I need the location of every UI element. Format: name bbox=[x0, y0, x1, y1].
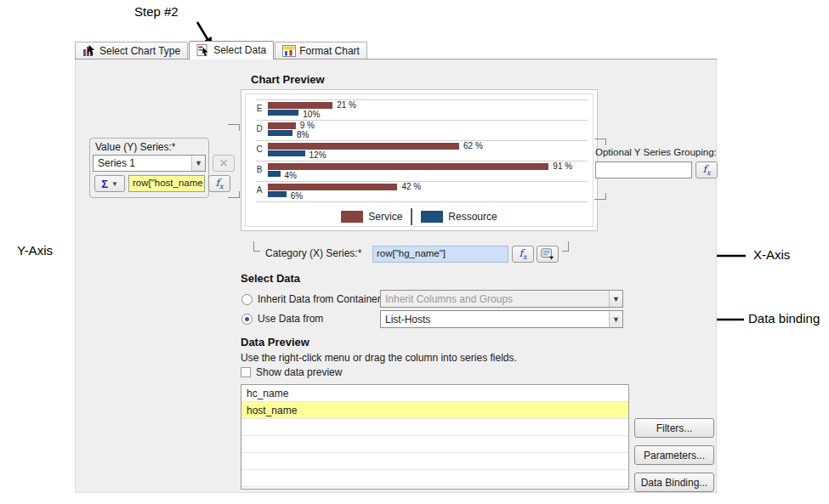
annotation-data-binding: Data binding bbox=[748, 311, 820, 326]
chevron-down-icon[interactable]: ▼ bbox=[609, 311, 622, 327]
legend-swatch-service bbox=[341, 211, 363, 223]
filters-button[interactable]: Filters... bbox=[634, 418, 714, 438]
chevron-down-icon[interactable]: ▼ bbox=[191, 156, 205, 171]
column-list[interactable]: hc_namehost_name bbox=[241, 384, 629, 490]
legend-divider bbox=[411, 208, 412, 225]
select-data-heading: Select Data bbox=[241, 272, 300, 285]
list-item[interactable]: hc_name bbox=[241, 385, 628, 402]
list-item[interactable] bbox=[241, 453, 628, 470]
x-fx-button[interactable]: fx bbox=[512, 246, 534, 263]
service-bar bbox=[268, 163, 548, 170]
chart-plot: E21 %10%D9 %8%C62 %12%B91 %4%A42 %6% bbox=[246, 99, 593, 207]
select-data-icon bbox=[196, 44, 210, 56]
chevron-down-icon: ▼ bbox=[609, 291, 622, 307]
service-bar bbox=[268, 102, 332, 109]
grouping-fx-button[interactable]: fx bbox=[696, 161, 718, 178]
ressource-bar-label: 8% bbox=[297, 130, 309, 139]
legend-item-service: Service bbox=[341, 211, 402, 223]
series-selector[interactable]: Series 1 ▼ bbox=[93, 155, 206, 172]
list-item[interactable]: host_name bbox=[241, 402, 628, 419]
data-preview-hint: Use the right-click menu or drag the col… bbox=[241, 352, 517, 364]
service-bar-label: 21 % bbox=[337, 100, 356, 110]
remove-series-button[interactable]: ✕ bbox=[213, 155, 235, 172]
tab-select-data[interactable]: Select Data bbox=[189, 41, 274, 59]
grouping-input[interactable] bbox=[595, 161, 692, 178]
edit-group-sorting-button[interactable] bbox=[537, 246, 559, 263]
axis-bracket-left-bottom bbox=[228, 191, 240, 198]
inherit-columns-value: Inherit Columns and Groups bbox=[381, 293, 609, 305]
service-bar bbox=[268, 143, 459, 150]
dataset-combo[interactable]: List-Hosts ▼ bbox=[380, 310, 623, 328]
use-data-radio[interactable] bbox=[241, 314, 253, 325]
chart-legend: Service Ressource bbox=[246, 208, 593, 225]
chevron-down-icon: ▼ bbox=[111, 180, 118, 188]
tab-bar: Select Chart Type Select Data Fo bbox=[75, 41, 717, 59]
legend-label-service: Service bbox=[368, 211, 402, 223]
ressource-bar bbox=[268, 191, 287, 197]
chart-gridline bbox=[256, 140, 588, 141]
list-item[interactable] bbox=[241, 419, 628, 436]
ressource-bar bbox=[268, 110, 298, 116]
screenshot-root: Step #2 Y-Axis X-Axis Data binding Selec… bbox=[0, 0, 829, 504]
service-bar bbox=[268, 122, 296, 129]
axis-bracket-right-top bbox=[594, 139, 606, 145]
axis-bracket-right-bottom bbox=[594, 193, 606, 200]
service-bar-label: 91 % bbox=[553, 161, 572, 171]
group-sort-icon bbox=[541, 248, 554, 260]
inherit-data-label: Inherit Data from Container bbox=[258, 293, 381, 305]
service-bar-label: 62 % bbox=[463, 141, 483, 150]
annotation-step2: Step #2 bbox=[134, 4, 179, 19]
list-item[interactable] bbox=[241, 436, 628, 453]
inherit-data-radio[interactable] bbox=[241, 294, 253, 305]
axis-bracket-left-top bbox=[228, 124, 240, 131]
chart-type-icon bbox=[82, 45, 96, 57]
tab-label: Format Chart bbox=[299, 45, 360, 57]
y-expression-input[interactable]: row["host_name bbox=[128, 175, 205, 192]
chart-category-label: B bbox=[253, 165, 266, 174]
show-data-preview-label: Show data preview bbox=[256, 366, 342, 378]
tab-format-chart[interactable]: Format Chart bbox=[275, 42, 367, 59]
ressource-bar bbox=[268, 150, 305, 156]
fx-icon: fx bbox=[216, 177, 224, 190]
service-bar-label: 42 % bbox=[401, 182, 421, 191]
y-fx-button[interactable]: fx bbox=[208, 175, 230, 192]
annotation-x-axis: X-Axis bbox=[753, 247, 790, 262]
fx-icon: fx bbox=[703, 163, 711, 177]
chart-gridline bbox=[256, 99, 588, 100]
chart-gridline bbox=[256, 181, 588, 182]
chart-category-label: C bbox=[253, 144, 266, 154]
chart-preview-title: Chart Preview bbox=[251, 73, 325, 86]
x-expression-input[interactable]: row["hg_name"] bbox=[372, 246, 508, 263]
tab-select-chart-type[interactable]: Select Chart Type bbox=[75, 42, 188, 59]
chart-category-label: E bbox=[253, 104, 266, 113]
chart-category-group: B91 %4% bbox=[246, 161, 593, 181]
annotation-y-axis: Y-Axis bbox=[17, 243, 53, 258]
use-data-label: Use Data from bbox=[258, 313, 323, 325]
ressource-bar-label: 6% bbox=[291, 191, 303, 201]
chart-wizard-dialog: Select Chart Type Select Data Fo bbox=[75, 41, 717, 493]
fx-icon: fx bbox=[520, 247, 527, 261]
parameters-button[interactable]: Parameters... bbox=[634, 445, 714, 465]
chart-category-group: C62 %12% bbox=[246, 140, 593, 161]
y-series-label: Value (Y) Series:* bbox=[95, 141, 175, 153]
chart-preview: E21 %10%D9 %8%C62 %12%B91 %4%A42 %6% Ser… bbox=[241, 89, 598, 231]
ressource-bar bbox=[268, 171, 281, 177]
show-data-preview-checkbox[interactable] bbox=[241, 367, 251, 377]
ressource-bar-label: 12% bbox=[309, 150, 326, 160]
service-bar-label: 9 % bbox=[300, 121, 315, 130]
format-chart-icon bbox=[282, 45, 296, 57]
chart-category-group: E21 %10% bbox=[246, 99, 593, 120]
close-icon: ✕ bbox=[219, 157, 228, 169]
legend-label-ressource: Ressource bbox=[448, 211, 497, 223]
data-binding-button[interactable]: Data Binding... bbox=[634, 473, 714, 492]
x-series-label: Category (X) Series:* bbox=[265, 247, 361, 259]
dataset-value: List-Hosts bbox=[381, 314, 609, 326]
legend-item-ressource: Ressource bbox=[421, 211, 497, 223]
inherit-columns-combo[interactable]: Inherit Columns and Groups ▼ bbox=[380, 290, 623, 308]
x-series-bracket-right bbox=[562, 241, 569, 252]
list-item[interactable] bbox=[241, 470, 628, 487]
chart-gridline bbox=[256, 161, 588, 161]
legend-swatch-ressource bbox=[421, 211, 443, 223]
aggregate-function-button[interactable]: Σ ▼ bbox=[94, 175, 125, 192]
optional-grouping-label: Optional Y Series Grouping: bbox=[595, 147, 717, 157]
